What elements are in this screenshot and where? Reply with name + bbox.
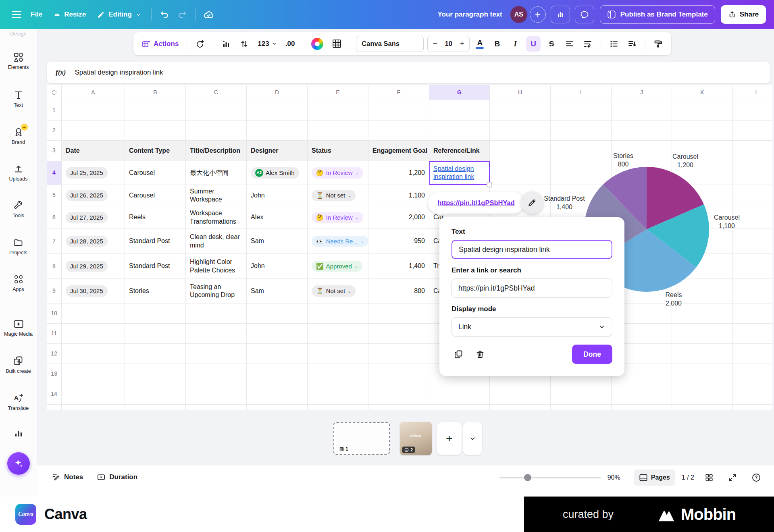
cell-E6[interactable]: 🤔In Review⌄ xyxy=(308,206,368,229)
cell-E14[interactable] xyxy=(308,384,368,405)
column-header-L[interactable]: L xyxy=(733,85,772,100)
cell-F5[interactable]: 1,100 xyxy=(368,185,429,206)
row-header-13[interactable]: 13 xyxy=(47,364,62,384)
fill-color-button[interactable] xyxy=(309,35,326,52)
cell-A4[interactable]: Jul 25, 2025 xyxy=(62,161,125,185)
cell-K11[interactable] xyxy=(672,324,733,344)
column-header-G[interactable]: G xyxy=(429,85,490,100)
cell-B9[interactable]: Stories xyxy=(125,279,186,303)
cell-E8[interactable]: ✅Approved⌄ xyxy=(308,254,368,279)
grid-view-button[interactable] xyxy=(701,470,718,485)
cell-A14[interactable] xyxy=(62,384,125,405)
selected-cell-outline[interactable] xyxy=(429,161,490,185)
cell-E[interactable] xyxy=(308,405,368,410)
cell-B11[interactable] xyxy=(125,324,186,344)
date-pill[interactable]: Jul 26, 2025 xyxy=(66,190,108,201)
cell-C2[interactable] xyxy=(186,121,247,141)
row-header-9[interactable]: 9 xyxy=(47,279,62,303)
cell-A7[interactable]: Jul 28, 2025 xyxy=(62,229,125,254)
row-header-5[interactable]: 5 xyxy=(47,185,62,206)
status-pill[interactable]: 🤔In Review⌄ xyxy=(312,212,363,223)
column-header-H[interactable]: H xyxy=(490,85,551,100)
cell-F1[interactable] xyxy=(368,100,429,121)
cell-J14[interactable] xyxy=(612,384,672,405)
cell-B14[interactable] xyxy=(125,384,186,405)
sidebar-item-elements[interactable]: Elements xyxy=(0,52,37,70)
italic-button[interactable]: I xyxy=(508,36,522,52)
cell-B5[interactable]: Carousel xyxy=(125,185,186,206)
cell-F9[interactable]: 800 xyxy=(368,279,429,303)
duration-button[interactable]: Duration xyxy=(93,470,141,485)
increase-font-button[interactable]: + xyxy=(455,39,470,48)
column-header-I[interactable]: I xyxy=(551,85,612,100)
done-button[interactable]: Done xyxy=(572,345,612,364)
delete-link-button[interactable] xyxy=(473,347,487,361)
cell-A1[interactable] xyxy=(62,100,125,121)
column-header-K[interactable]: K xyxy=(672,85,733,100)
cell-A10[interactable] xyxy=(62,303,125,324)
link-text-input[interactable] xyxy=(452,240,612,259)
cell-F[interactable] xyxy=(368,405,429,410)
status-pill[interactable]: ⏳Not set⌄ xyxy=(312,190,356,201)
cell-L2[interactable] xyxy=(733,121,772,141)
undo-button[interactable] xyxy=(156,6,173,23)
table-borders-button[interactable] xyxy=(329,36,344,51)
cell-D13[interactable] xyxy=(247,364,308,384)
header-cell-L3[interactable] xyxy=(733,141,772,161)
header-cell-E3[interactable]: Status xyxy=(308,141,368,161)
cell-drag-handle[interactable] xyxy=(487,182,492,187)
publish-brand-template-button[interactable]: Publish as Brand Template xyxy=(600,5,715,24)
designer-pill[interactable]: ASAlex Smith xyxy=(251,167,299,179)
row-header-6[interactable]: 6 xyxy=(47,206,62,229)
cell-E10[interactable] xyxy=(308,303,368,324)
help-button[interactable]: ? xyxy=(747,470,765,486)
column-header-D[interactable]: D xyxy=(247,85,308,100)
cell-K13[interactable] xyxy=(672,364,733,384)
header-cell-H3[interactable] xyxy=(490,141,551,161)
formula-bar[interactable]: f(x) Spatial design inspiration link xyxy=(47,62,770,83)
formula-value[interactable]: Spatial design inspiration link xyxy=(75,69,163,77)
cell-C[interactable] xyxy=(186,405,247,410)
redo-button[interactable] xyxy=(173,6,191,23)
column-header-B[interactable]: B xyxy=(125,85,186,100)
header-cell-G3[interactable]: Reference/Link xyxy=(429,141,490,161)
cell-B10[interactable] xyxy=(125,303,186,324)
cell-L10[interactable] xyxy=(733,303,772,324)
cell-K14[interactable] xyxy=(672,384,733,405)
cell-K[interactable] xyxy=(672,405,733,410)
link-preview-url[interactable]: https://pin.it/1gPSbHYad xyxy=(437,199,515,207)
cell-D14[interactable] xyxy=(247,384,308,405)
sidebar-item-bulk-create[interactable]: Bulk create xyxy=(0,356,37,374)
cell-F13[interactable] xyxy=(368,364,429,384)
date-pill[interactable]: Jul 27, 2025 xyxy=(66,212,108,223)
sidebar-item-brand[interactable]: Brand xyxy=(0,127,37,145)
cell-D1[interactable] xyxy=(247,100,308,121)
page-thumbnail-1[interactable]: 1 xyxy=(333,422,390,455)
cell-C11[interactable] xyxy=(186,324,247,344)
row-header-14[interactable]: 14 xyxy=(47,384,62,405)
cell-G14[interactable] xyxy=(429,384,490,405)
status-pill[interactable]: ⏳Not set⌄ xyxy=(312,285,356,296)
cell-L11[interactable] xyxy=(733,324,772,344)
cell-H4[interactable] xyxy=(490,161,551,185)
cell-D11[interactable] xyxy=(247,324,308,344)
cell-J1[interactable] xyxy=(612,100,672,121)
cell-H[interactable] xyxy=(490,405,551,410)
avatar[interactable]: AS xyxy=(510,6,527,23)
cell-C7[interactable]: Clean desk, clear mind xyxy=(186,229,247,254)
cell-C1[interactable] xyxy=(186,100,247,121)
cell-I2[interactable] xyxy=(551,121,612,141)
row-header-1[interactable]: 1 xyxy=(47,100,62,121)
header-cell-D3[interactable]: Designer xyxy=(247,141,308,161)
refresh-data-button[interactable] xyxy=(193,37,207,51)
document-title[interactable]: Your paragraph text xyxy=(438,10,502,19)
page-thumbnail-2[interactable]: kitchen. 2 xyxy=(400,422,432,455)
cell-D10[interactable] xyxy=(247,303,308,324)
cell-F7[interactable]: 950 xyxy=(368,229,429,254)
date-pill[interactable]: Jul 29, 2025 xyxy=(66,261,108,272)
cell-A12[interactable] xyxy=(62,344,125,364)
cell-L7[interactable] xyxy=(733,229,772,254)
select-all-cell[interactable] xyxy=(47,85,62,100)
status-pill[interactable]: 🤔In Review⌄ xyxy=(312,167,363,178)
sidebar-item-magic-media[interactable]: Magic Media xyxy=(0,319,37,337)
